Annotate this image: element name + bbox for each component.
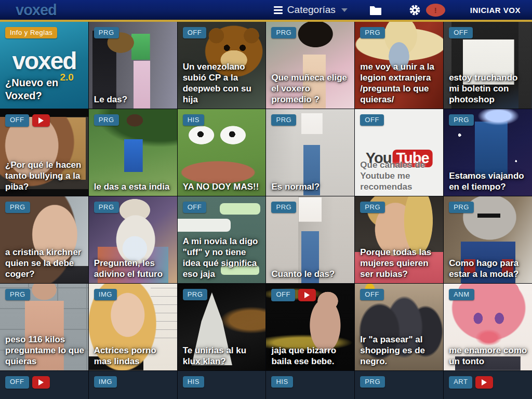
badge-row: PRG (94, 202, 119, 213)
badge-row: ANM (449, 289, 474, 300)
category-badge: PRG (360, 27, 385, 38)
badge-row: Info y Reglas (5, 27, 57, 38)
category-badge: PRG (449, 114, 474, 126)
category-badge: ANM (449, 289, 474, 300)
category-badge: OFF (183, 202, 207, 213)
category-badge: PRG (183, 289, 208, 300)
vox-card[interactable]: OFF Ir "a pasear" al shopping es de negr… (355, 284, 443, 370)
category-badge: OFF (360, 289, 384, 300)
iniciar-vox-button[interactable]: INICIAR VOX (470, 6, 521, 15)
vox-card[interactable]: OFF Un venezolano subió CP a la deepweb … (178, 22, 266, 109)
vox-card[interactable]: Info y Reglas voxed 2.0 ¿Nuevo en Voxed? (0, 22, 88, 109)
category-badge: HIS (183, 114, 204, 126)
category-badge: PRG (5, 202, 30, 213)
vox-card[interactable]: IMG (89, 371, 177, 399)
vox-card[interactable]: OFF ¿Por qué le hacen tanto bullying a l… (0, 109, 88, 196)
card-title: YA NO DOY MAS!! (183, 181, 263, 192)
vox-card[interactable]: PRG Estamos viajando en el tiempo? (444, 109, 532, 196)
badge-row: PRG (5, 202, 30, 213)
category-badge: IMG (94, 376, 117, 388)
card-title: Estamos viajando en el tiempo? (449, 170, 529, 192)
vox-card[interactable]: HIS (266, 371, 354, 399)
category-badge: ART (449, 376, 472, 389)
vox-card[interactable]: IMG Actrices porno mas lindas (89, 284, 177, 370)
vox-card[interactable]: PRG Cuanto le das? (266, 196, 354, 283)
badge-row: OFF (360, 114, 384, 126)
card-title: Actrices porno mas lindas (94, 345, 174, 367)
category-badge: PRG (449, 202, 474, 213)
badge-row: PRG (360, 376, 385, 388)
category-badge: PRG (271, 202, 296, 213)
category-badge: OFF (183, 27, 207, 38)
card-title: me voy a unir a la legion extranjera /pr… (360, 61, 440, 105)
badge-row: HIS (183, 376, 204, 388)
hamburger-icon (274, 6, 283, 14)
vox-card[interactable]: OFF A mi novia la digo "uff" y no tiene … (178, 196, 266, 283)
vox-card[interactable]: PRG Porque todas las mujeres quieren ser… (355, 196, 443, 283)
categories-menu-button[interactable]: Categorías (274, 4, 348, 16)
category-badge: PRG (360, 376, 385, 388)
badge-row: HIS (183, 114, 204, 126)
badge-row: IMG (94, 376, 117, 388)
category-badge: IMG (94, 289, 117, 300)
vox-card[interactable]: HIS (178, 371, 266, 399)
card-title: ¿Nuevo en Voxed? (5, 76, 85, 102)
card-title: Pregunten, les adivino el futuro (94, 258, 174, 280)
vox-card[interactable]: PRG Es normal? (266, 109, 354, 196)
card-title: le das a esta india (94, 181, 174, 192)
vox-card[interactable]: OFF estoy truchando mi boletin con photo… (444, 22, 532, 109)
voxed-logo-link[interactable]: voxed (16, 2, 57, 19)
card-title: a cristina kirchner quien se la debe cog… (5, 247, 85, 280)
vox-card[interactable]: PRG Pregunten, les adivino el futuro (89, 196, 177, 283)
vox-card[interactable]: PRG Te unirias al ku klux klan? (178, 284, 266, 370)
card-title: Que muñeca elige el voxero promedio ? (271, 72, 351, 105)
vox-card[interactable]: PRG Que muñeca elige el voxero promedio … (266, 22, 354, 109)
card-title: Que canales de Youtube me recomendas (360, 159, 440, 192)
vox-card[interactable]: ART (444, 371, 532, 399)
category-badge: OFF (5, 114, 29, 127)
vox-card[interactable]: PRG le das a esta india (89, 109, 177, 196)
badge-row: PRG (360, 202, 385, 213)
badge-row: PRG (94, 27, 119, 38)
top-navigation-bar: voxed Categorías ! INICIAR VOX (0, 0, 532, 20)
badge-row: OFF (360, 289, 384, 300)
vox-card[interactable]: PRG Le das? (89, 22, 177, 109)
category-badge: OFF (360, 114, 384, 126)
folder-icon[interactable] (369, 5, 382, 15)
vox-grid: Info y Reglas voxed 2.0 ¿Nuevo en Voxed?… (0, 22, 532, 399)
badge-row: PRG (271, 202, 296, 213)
youtube-play-icon (475, 376, 493, 389)
vox-card[interactable]: PRG (355, 371, 443, 399)
category-badge: PRG (5, 289, 30, 300)
badge-row: OFF (5, 114, 50, 127)
category-badge: PRG (360, 202, 385, 213)
vox-card[interactable]: PRG me voy a unir a la legion extranjera… (355, 22, 443, 109)
category-badge: PRG (271, 114, 296, 126)
card-title: jaja que bizarro baila ese bebe. (271, 345, 351, 367)
vox-card[interactable]: HIS YA NO DOY MAS!! (178, 109, 266, 196)
gear-icon[interactable] (409, 4, 421, 16)
categories-label: Categorías (287, 4, 336, 16)
badge-row: IMG (94, 289, 117, 300)
vox-card[interactable]: OFF jaja que bizarro baila ese bebe. (266, 284, 354, 370)
badge-row: OFF (5, 376, 50, 389)
badge-row: PRG (449, 202, 474, 213)
youtube-play-icon (32, 376, 50, 389)
category-badge: Info y Reglas (5, 27, 57, 38)
card-title: Ir "a pasear" al shopping es de negro. (360, 334, 440, 367)
vox-card[interactable]: ANM me enamore como un tonto (444, 284, 532, 370)
card-title: Te unirias al ku klux klan? (183, 345, 263, 367)
category-badge: PRG (271, 27, 296, 38)
intro-logo-text: voxed (0, 49, 88, 73)
vox-card[interactable]: OFF (0, 371, 88, 399)
vox-card[interactable]: PRG Como hago para estar a la moda? (444, 196, 532, 283)
caret-down-icon (341, 8, 348, 12)
vox-card[interactable]: OFF YouTube Que canales de Youtube me re… (355, 109, 443, 196)
vox-card[interactable]: PRG a cristina kirchner quien se la debe… (0, 196, 88, 283)
category-badge: OFF (449, 27, 473, 38)
card-title: A mi novia la digo "uff" y no tiene idea… (183, 236, 263, 280)
category-badge: HIS (183, 376, 204, 388)
card-title: me enamore como un tonto (449, 345, 529, 367)
alert-icon[interactable]: ! (426, 4, 445, 17)
vox-card[interactable]: PRG peso 116 kilos preguntame lo que qui… (0, 284, 88, 370)
